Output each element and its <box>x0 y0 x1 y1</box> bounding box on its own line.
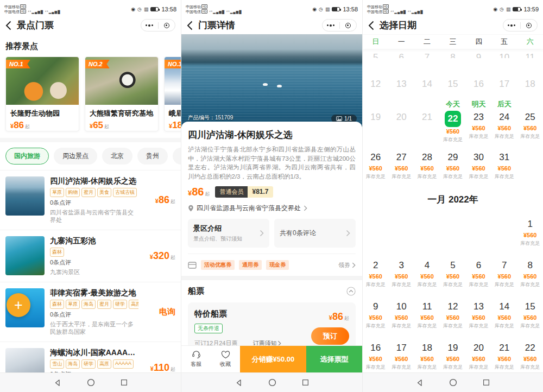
item-thumbnail <box>5 176 45 216</box>
back-button[interactable] <box>368 21 374 30</box>
intro-card[interactable]: 景区介绍 景点介绍、预订须知 <box>188 219 269 248</box>
calendar-day[interactable]: 13¥560库存充足 <box>466 300 491 328</box>
page-title: 门票详情 <box>198 19 317 31</box>
calendar-day[interactable]: 18¥560库存充足 <box>414 342 440 370</box>
list-item[interactable]: 九寨沟五彩池森林0条点评九寨沟景区¥320起 <box>0 230 181 282</box>
calendar-day[interactable]: 25¥560库存充足 <box>517 99 543 142</box>
calendar-day[interactable]: 11¥560库存充足 <box>414 300 440 328</box>
capsule-close-button[interactable] <box>340 23 357 28</box>
day-number: 1 <box>528 219 533 229</box>
back-button[interactable] <box>187 21 193 30</box>
calendar-day[interactable]: 27¥560库存充足 <box>388 151 414 179</box>
calendar-day: 20 <box>388 99 414 142</box>
floating-add-button[interactable]: + <box>7 293 30 317</box>
calendar-day[interactable]: 12¥560库存充足 <box>440 300 465 328</box>
filter-tab[interactable]: 西城 <box>173 148 181 165</box>
select-ticket-type-button[interactable]: 选择票型 <box>306 346 362 372</box>
calendar-day[interactable]: 4¥560库存充足 <box>414 259 440 287</box>
filter-tab[interactable]: 周边景点 <box>54 148 97 165</box>
day-stock: 库存充足 <box>517 133 543 139</box>
android-back-button[interactable] <box>416 379 424 387</box>
customer-service-button[interactable]: 客服 <box>181 346 211 372</box>
item-info: 四川泸沽湖-休闲娱乐之选草原购物蜜月美食古城古镇0条点评四川省盐源县与云南省宁蒗… <box>50 176 138 224</box>
comments-card[interactable]: 共有0条评论 <box>274 219 356 248</box>
day-stock: 库存充足 <box>363 364 388 370</box>
calendar-day[interactable]: 今天22¥560库存充足 <box>440 99 465 142</box>
android-home-button[interactable] <box>268 378 276 387</box>
filter-tab[interactable]: 北京 <box>102 148 132 165</box>
filter-tab[interactable]: 贵州 <box>137 148 168 165</box>
capsule-close-button[interactable] <box>159 23 175 28</box>
carrier-label: 中国移动 <box>367 4 382 9</box>
back-button[interactable] <box>5 21 11 30</box>
list-item[interactable]: 四川泸沽湖-休闲娱乐之选草原购物蜜月美食古城古镇0条点评四川省盐源县与云南省宁蒗… <box>0 170 181 230</box>
android-recents-button[interactable] <box>121 379 128 386</box>
calendar-day[interactable]: 30¥560库存充足 <box>466 151 491 179</box>
distribution-share-button[interactable]: 分销赚¥50.00 <box>240 346 306 372</box>
calendar-day[interactable]: 14¥560库存充足 <box>491 300 517 328</box>
android-home-button[interactable] <box>87 378 95 387</box>
calendar-day[interactable]: 后天24¥560库存充足 <box>491 99 517 142</box>
calendar-day[interactable]: 17¥560库存充足 <box>388 342 414 370</box>
day-price: ¥560 <box>491 165 517 172</box>
calendar-day[interactable]: 7¥560库存充足 <box>491 259 517 287</box>
calendar-day[interactable]: 10¥560库存充足 <box>388 300 414 328</box>
calendar-day[interactable]: 16¥560库存充足 <box>363 342 388 370</box>
calendar-day[interactable]: 明天23¥560库存充足 <box>466 99 491 142</box>
android-nav-bar <box>0 372 181 392</box>
day-price: ¥560 <box>466 273 491 280</box>
day-stock: 库存充足 <box>466 133 491 139</box>
favorite-button[interactable]: 收藏 <box>211 346 240 372</box>
calendar-day[interactable]: 29¥560库存充足 <box>440 151 465 179</box>
calendar-day[interactable]: 6¥560库存充足 <box>466 259 491 287</box>
recommended-card[interactable]: NO.1长隆野生动物园¥86起 <box>5 56 79 131</box>
day-number: 13 <box>473 301 484 312</box>
calendar-day[interactable]: 19¥560库存充足 <box>440 342 465 370</box>
collapse-icon[interactable] <box>346 287 356 296</box>
boat-section-title: 船票 <box>188 286 204 296</box>
filter-tab[interactable]: 国内旅游 <box>5 148 49 165</box>
android-back-button[interactable] <box>235 379 243 387</box>
capsule-more-button[interactable] <box>141 24 158 27</box>
recommended-card[interactable]: NO.3峨眉山-佛¥180起 <box>164 56 181 131</box>
calendar-day[interactable]: 20¥560库存充足 <box>466 342 491 370</box>
address-row[interactable]: 四川省盐源县与云南省宁蒗县交界处 <box>188 204 356 213</box>
item-location: 九寨沟景区 <box>50 268 138 276</box>
calendar-day[interactable]: 8¥560库存充足 <box>517 259 543 287</box>
android-back-button[interactable] <box>54 379 61 387</box>
calendar-day[interactable]: 1¥560库存充足 <box>517 218 543 246</box>
calendar-row: 12131415161718 <box>363 78 543 91</box>
calendar-day[interactable]: 21¥560库存充足 <box>491 342 517 370</box>
day-number: 22 <box>445 111 461 127</box>
price: ¥86起 <box>6 121 34 134</box>
capsule-more-button[interactable] <box>323 24 339 27</box>
member-label: 普通会员 <box>215 186 248 198</box>
book-button[interactable]: 预订 <box>311 327 349 345</box>
chevron-right-icon <box>260 230 264 237</box>
recommended-card[interactable]: NO.2大熊猫繁育研究基地¥65起 <box>85 56 159 131</box>
calendar-day[interactable]: 3¥560库存充足 <box>388 259 414 287</box>
android-home-button[interactable] <box>449 378 457 387</box>
calendar-day: 19 <box>363 99 388 142</box>
calendar-day[interactable]: 15¥560库存充足 <box>517 300 543 328</box>
capsule-more-button[interactable] <box>503 24 520 27</box>
day-number: 4 <box>425 260 430 270</box>
capsule-close-button[interactable] <box>521 23 538 28</box>
calendar-day[interactable]: 31¥560库存充足 <box>491 151 517 179</box>
day-number: 11 <box>525 52 535 58</box>
hero-photo[interactable]: 产品编号：151709 1/1 <box>181 34 362 128</box>
day-price: ¥560 <box>440 356 465 363</box>
calendar-day[interactable]: 26¥560库存充足 <box>363 151 388 179</box>
android-recents-button[interactable] <box>483 379 490 386</box>
tag-row: 森林 <box>50 248 138 257</box>
calendar-day[interactable]: 28¥560库存充足 <box>414 151 440 179</box>
android-recents-button[interactable] <box>302 379 309 386</box>
calendar-day[interactable]: 5¥560库存充足 <box>440 259 465 287</box>
weekday-label: 三 <box>440 37 465 47</box>
calendar-day[interactable]: 2¥560库存充足 <box>363 259 388 287</box>
item-price: ¥110起 <box>144 362 175 374</box>
day-price: ¥560 <box>440 128 465 135</box>
get-coupon-button[interactable]: 领券 <box>338 261 356 269</box>
calendar-day[interactable]: 22¥560库存充足 <box>517 342 543 370</box>
calendar-day[interactable]: 9¥560库存充足 <box>363 300 388 328</box>
